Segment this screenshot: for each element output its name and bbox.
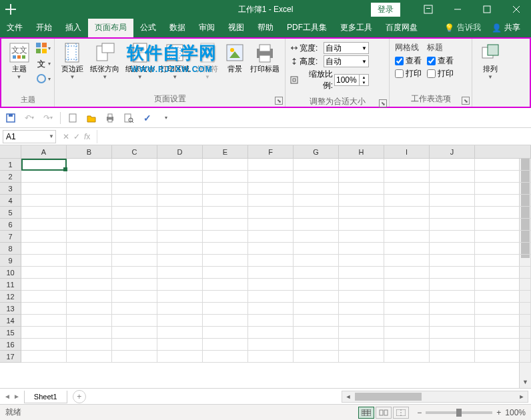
cell[interactable] xyxy=(21,195,67,207)
zoom-in-button[interactable]: + xyxy=(496,408,501,417)
cell[interactable] xyxy=(21,159,67,171)
cell[interactable] xyxy=(248,207,294,219)
sheet-tab[interactable]: Sheet1 xyxy=(24,391,67,403)
cell[interactable] xyxy=(112,279,157,291)
cell[interactable] xyxy=(67,159,112,171)
col-header[interactable]: H xyxy=(339,145,384,159)
cell[interactable] xyxy=(339,315,384,327)
cell[interactable] xyxy=(294,327,339,339)
cell[interactable] xyxy=(112,303,157,315)
tab-pdf-tools[interactable]: PDF工具集 xyxy=(280,18,334,37)
cell[interactable] xyxy=(384,195,430,207)
cell[interactable] xyxy=(248,279,294,291)
cell[interactable] xyxy=(430,195,475,207)
cell[interactable] xyxy=(384,159,430,171)
row-header[interactable]: 16 xyxy=(0,339,21,351)
cells-area[interactable] xyxy=(21,159,519,388)
cell[interactable] xyxy=(67,291,112,303)
row-header[interactable]: 8 xyxy=(0,243,21,255)
cell[interactable] xyxy=(203,207,248,219)
col-header[interactable]: F xyxy=(248,145,294,159)
tab-page-layout[interactable]: 页面布局 xyxy=(88,18,133,37)
height-select[interactable]: 自动▼ xyxy=(324,55,369,67)
cell[interactable] xyxy=(112,207,157,219)
cell[interactable] xyxy=(203,351,248,363)
select-all-corner[interactable] xyxy=(0,145,21,159)
new-button[interactable] xyxy=(66,111,79,125)
cell[interactable] xyxy=(339,159,384,171)
cell[interactable] xyxy=(384,231,430,243)
col-header[interactable]: B xyxy=(67,145,112,159)
tab-data[interactable]: 数据 xyxy=(163,18,192,37)
redo-button[interactable]: ↷▾ xyxy=(41,111,55,125)
formula-input[interactable] xyxy=(97,130,531,143)
maximize-button[interactable] xyxy=(472,0,502,19)
cell[interactable] xyxy=(430,219,475,231)
minimize-button[interactable] xyxy=(443,0,472,19)
tab-home[interactable]: 开始 xyxy=(29,18,59,37)
cell[interactable] xyxy=(430,183,475,195)
save-button[interactable] xyxy=(4,111,17,125)
cell[interactable] xyxy=(384,303,430,315)
undo-button[interactable]: ↶▾ xyxy=(23,111,36,125)
row-header[interactable]: 9 xyxy=(0,255,21,267)
cell[interactable] xyxy=(294,231,339,243)
cell[interactable] xyxy=(430,279,475,291)
cell[interactable] xyxy=(384,243,430,255)
cell[interactable] xyxy=(157,159,203,171)
cell[interactable] xyxy=(21,315,67,327)
cell[interactable] xyxy=(294,339,339,351)
cell[interactable] xyxy=(112,291,157,303)
cell[interactable] xyxy=(112,315,157,327)
tab-review[interactable]: 审阅 xyxy=(192,18,221,37)
tab-more-tools[interactable]: 更多工具 xyxy=(334,18,379,37)
cell[interactable] xyxy=(430,303,475,315)
cell[interactable] xyxy=(203,171,248,183)
cell[interactable] xyxy=(339,171,384,183)
cell[interactable] xyxy=(339,339,384,351)
customize-qat[interactable]: ▾ xyxy=(159,111,173,125)
cell[interactable] xyxy=(157,231,203,243)
cell[interactable] xyxy=(21,279,67,291)
cell[interactable] xyxy=(67,195,112,207)
zoom-out-button[interactable]: − xyxy=(417,408,422,417)
effects-button[interactable]: ▾ xyxy=(35,71,51,86)
cell[interactable] xyxy=(248,231,294,243)
column-headers[interactable]: ABCDEFGHIJ xyxy=(21,145,519,159)
cell[interactable] xyxy=(294,291,339,303)
cell[interactable] xyxy=(430,315,475,327)
print-preview-button[interactable] xyxy=(122,111,135,125)
cell[interactable] xyxy=(294,255,339,267)
col-header[interactable]: J xyxy=(430,145,475,159)
cell[interactable] xyxy=(248,303,294,315)
cell[interactable] xyxy=(339,231,384,243)
gridlines-view-checkbox[interactable]: 查看 xyxy=(395,55,422,67)
cell[interactable] xyxy=(21,183,67,195)
row-header[interactable]: 2 xyxy=(0,171,21,183)
cell[interactable] xyxy=(248,219,294,231)
cancel-icon[interactable]: ✕ xyxy=(63,132,69,141)
cell[interactable] xyxy=(248,327,294,339)
name-box[interactable]: A1▼ xyxy=(3,130,56,143)
normal-view-button[interactable] xyxy=(358,407,374,419)
cell[interactable] xyxy=(339,207,384,219)
orientation-button[interactable]: 纸张方向▼ xyxy=(87,41,123,81)
cell[interactable] xyxy=(294,243,339,255)
cell[interactable] xyxy=(112,195,157,207)
scale-spinner[interactable]: 100%▲▼ xyxy=(334,74,369,86)
cell[interactable] xyxy=(157,207,203,219)
cell[interactable] xyxy=(430,243,475,255)
cell[interactable] xyxy=(112,219,157,231)
cell[interactable] xyxy=(294,279,339,291)
cell[interactable] xyxy=(203,183,248,195)
cell[interactable] xyxy=(248,267,294,279)
tab-insert[interactable]: 插入 xyxy=(59,18,88,37)
cell[interactable] xyxy=(67,303,112,315)
cell[interactable] xyxy=(157,243,203,255)
cell[interactable] xyxy=(294,315,339,327)
cell[interactable] xyxy=(157,267,203,279)
cell[interactable] xyxy=(112,243,157,255)
cell[interactable] xyxy=(339,267,384,279)
cell[interactable] xyxy=(294,195,339,207)
arrange-button[interactable]: 排列▼ xyxy=(475,41,506,81)
